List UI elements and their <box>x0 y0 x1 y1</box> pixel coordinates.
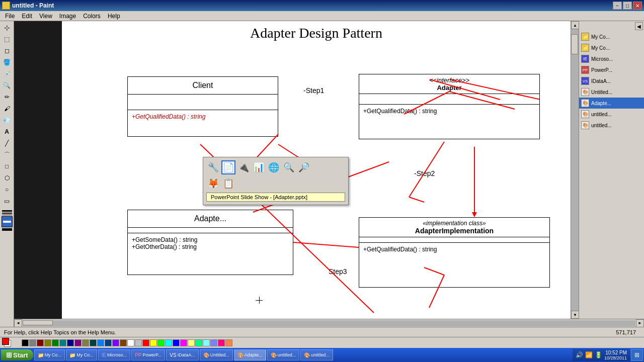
taskbar-item-4[interactable]: PPPowerP... <box>131 349 165 360</box>
popup-icon-4[interactable]: 📊 <box>252 160 266 174</box>
swatch-orange[interactable] <box>225 339 232 346</box>
start-button[interactable]: ⊞ Start <box>1 349 33 360</box>
taskbar-item-8[interactable]: 🎨untitled... <box>300 349 333 360</box>
scroll-thumb-v[interactable] <box>571 34 578 54</box>
swatch-red[interactable] <box>142 339 149 346</box>
horizontal-scrollbar[interactable]: ◄ ► <box>14 319 644 327</box>
swatch-azure[interactable] <box>97 339 104 346</box>
taskbar-item-3[interactable]: IEMicroso... <box>98 349 130 360</box>
clock[interactable]: 10:52 PM 10/28/2011 <box>604 350 627 360</box>
swatch-yellow[interactable] <box>150 339 157 346</box>
swatch-cyan[interactable] <box>165 339 172 346</box>
swatch-darkyellow[interactable] <box>82 339 89 346</box>
panel-arrow-left[interactable]: ◀ <box>635 22 643 30</box>
popup-icon-7[interactable]: 🔎 <box>297 160 311 174</box>
taskbar-item-2[interactable]: 📁My Co... <box>66 349 97 360</box>
popup-icon-1[interactable]: 🔧 <box>206 160 220 174</box>
close-button[interactable]: ✕ <box>633 2 642 10</box>
scroll-left-button[interactable]: ◄ <box>14 319 22 327</box>
tool-magnify[interactable]: 🔍 <box>2 80 13 91</box>
tool-eyedropper[interactable]: 💉 <box>2 68 13 79</box>
swatch-lightyellow[interactable] <box>188 339 195 346</box>
scroll-track-h[interactable] <box>23 320 635 326</box>
menu-image[interactable]: Image <box>56 12 79 20</box>
swatch-purple[interactable] <box>74 339 82 346</box>
scroll-thumb-h[interactable] <box>23 320 53 325</box>
right-panel-item-3[interactable]: IE Microso... <box>579 53 644 64</box>
swatch-white[interactable] <box>127 339 134 346</box>
swatch-darkgreen[interactable] <box>52 339 59 346</box>
tool-linewidth-4[interactable] <box>2 216 13 227</box>
tool-ellipse[interactable]: ○ <box>2 184 13 195</box>
swatch-lightblue[interactable] <box>210 339 217 346</box>
swatch-blue[interactable] <box>173 339 180 346</box>
tool-text[interactable]: A <box>2 126 13 137</box>
tool-brush[interactable]: 🖌 <box>2 103 13 114</box>
tool-rounded-rect[interactable]: ▭ <box>2 196 13 207</box>
tray-icon-3[interactable]: 🔋 <box>595 351 602 358</box>
menu-view[interactable]: View <box>36 12 55 20</box>
right-panel-item-1[interactable]: 📁 My Co... <box>579 31 644 42</box>
canvas-area[interactable]: Adapter Design Pattern Client +GetQualif… <box>14 21 571 319</box>
scroll-up-button[interactable]: ▲ <box>571 21 579 29</box>
swatch-springgreen[interactable] <box>195 339 202 346</box>
popup-icon-2[interactable]: 📄 <box>221 160 235 174</box>
minimize-button[interactable]: − <box>613 2 622 10</box>
tool-eraser[interactable]: ◻ <box>2 45 13 56</box>
tool-polygon[interactable]: ⬡ <box>2 172 13 184</box>
swatch-darkred[interactable] <box>37 339 44 346</box>
swatch-navy[interactable] <box>67 339 74 346</box>
swatch-lime[interactable] <box>157 339 165 346</box>
tool-fill[interactable]: 🪣 <box>2 57 13 68</box>
taskbar-item-1[interactable]: 📁My Co... <box>34 349 65 360</box>
popup-icon-doc[interactable]: 📋 <box>221 176 235 191</box>
menu-colors[interactable]: Colors <box>80 12 104 20</box>
tray-icon-2[interactable]: 📶 <box>585 351 593 358</box>
paint-canvas[interactable]: Adapter Design Pattern Client +GetQualif… <box>62 21 571 319</box>
right-panel-item-7[interactable]: 🎨 Adapte... <box>579 98 644 109</box>
swatch-darkteal[interactable] <box>90 339 97 346</box>
tool-rect[interactable]: □ <box>2 161 13 172</box>
popup-icon-6[interactable]: 🔍 <box>282 160 296 174</box>
tool-airbrush[interactable]: 💨 <box>2 115 13 126</box>
popup-icon-5[interactable]: 🌐 <box>267 160 281 174</box>
taskbar-item-7[interactable]: 🎨untitled... <box>267 349 300 360</box>
swatch-brown[interactable] <box>120 339 127 346</box>
tool-select-rect[interactable]: ⬚ <box>2 34 13 45</box>
tray-icon-1[interactable]: 🔊 <box>576 351 583 358</box>
swatch-black[interactable] <box>22 339 29 346</box>
swatch-teal[interactable] <box>59 339 66 346</box>
swatch-olive[interactable] <box>44 339 51 346</box>
swatch-silver[interactable] <box>135 339 142 346</box>
taskbar-item-active[interactable]: 🎨Adapte... <box>234 349 266 360</box>
menu-help[interactable]: Help <box>105 12 123 20</box>
swatch-hotpink[interactable] <box>218 339 225 346</box>
menu-edit[interactable]: Edit <box>19 12 35 20</box>
scroll-down-button[interactable]: ▼ <box>571 311 579 319</box>
swatch-darkblue[interactable] <box>105 339 112 346</box>
windows-button[interactable]: ⊞ <box>631 349 643 361</box>
right-panel-item-6[interactable]: 🎨 Untitled... <box>579 86 644 98</box>
foreground-color[interactable] <box>2 338 9 345</box>
popup-icon-3[interactable]: 🔌 <box>236 160 251 174</box>
tool-curve[interactable]: ⌒ <box>2 149 13 160</box>
maximize-button[interactable]: □ <box>623 2 632 10</box>
scroll-right-button[interactable]: ► <box>636 319 644 327</box>
tool-select-free[interactable]: ⊹ <box>2 22 13 33</box>
menu-file[interactable]: File <box>2 12 18 20</box>
right-panel-item-5[interactable]: VS IDataA... <box>579 75 644 86</box>
swatch-gray[interactable] <box>29 339 36 346</box>
right-panel-item-9[interactable]: 🎨 untitled... <box>579 120 644 131</box>
taskbar-item-6[interactable]: 🎨Untitled... <box>200 349 233 360</box>
right-panel-item-2[interactable]: 📁 My Co... <box>579 42 644 53</box>
tool-pencil[interactable]: ✏ <box>2 92 13 103</box>
taskbar-item-5[interactable]: VSIDataA... <box>166 349 198 360</box>
vertical-scrollbar[interactable]: ▲ ▼ <box>571 21 579 319</box>
popup-icon-firefox[interactable]: 🦊 <box>206 176 220 191</box>
right-panel-item-4[interactable]: PP PowerP... <box>579 64 644 75</box>
swatch-lightcyan[interactable] <box>203 339 210 346</box>
tool-line[interactable]: ╱ <box>2 138 13 149</box>
right-panel-item-8[interactable]: 🎨 untitled... <box>579 109 644 120</box>
swatch-violet[interactable] <box>112 339 119 346</box>
swatch-magenta[interactable] <box>180 339 187 346</box>
